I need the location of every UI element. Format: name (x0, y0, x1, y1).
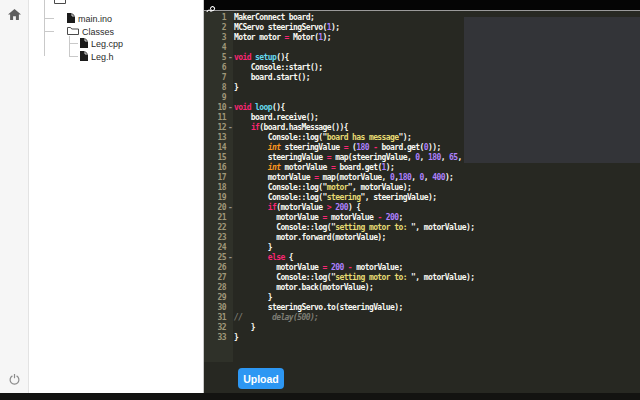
tree-item-main-ino[interactable]: main.ino (67, 13, 112, 25)
line-number: 20- (204, 203, 233, 213)
line-number: 17 (204, 173, 233, 183)
tree-connector (44, 0, 45, 56)
link-icon[interactable] (206, 1, 218, 10)
tree-connector (69, 36, 70, 56)
line-number: 15 (204, 153, 233, 163)
code-line[interactable]: } (234, 333, 640, 343)
tree-connector (69, 43, 78, 44)
line-number: 33 (204, 333, 233, 343)
line-number: 22 (204, 223, 233, 233)
line-number: 16 (204, 163, 233, 173)
tree-connector (44, 18, 54, 19)
line-number: 24 (204, 243, 233, 253)
line-number: 10- (204, 103, 233, 113)
code-line[interactable]: motor.back(motorValue); (234, 283, 640, 293)
upload-button[interactable]: Upload (238, 368, 284, 389)
fold-marker[interactable]: - (228, 253, 233, 263)
code-line[interactable]: motor.forward(motorValue); (234, 233, 640, 243)
tree-item-label: Classes (82, 27, 114, 37)
code-line[interactable]: } (234, 243, 640, 253)
code-line[interactable]: int motorValue = board.get(1); (234, 163, 640, 173)
fold-marker[interactable]: - (228, 53, 233, 63)
line-number: 12- (204, 123, 233, 133)
code-line[interactable]: } (234, 293, 640, 303)
line-number: 11 (204, 113, 233, 123)
line-number: 32 (204, 323, 233, 333)
tree-item-label: main.ino (78, 14, 112, 24)
code-editor-region: 12345-678910-1112-1314151617181920-21222… (204, 0, 640, 393)
folder-open-icon (54, 0, 66, 6)
file-icon (80, 38, 88, 50)
line-number: 1 (204, 13, 233, 23)
tree-item-label: Leg.h (91, 52, 114, 62)
line-number: 2 (204, 23, 233, 33)
line-number: 6 (204, 63, 233, 73)
gutter: 12345-678910-1112-1314151617181920-21222… (204, 12, 233, 362)
home-button[interactable] (0, 6, 29, 24)
code-line[interactable]: // delay(500); (234, 313, 640, 323)
code-line[interactable]: if(motorValue > 200) { (234, 203, 640, 213)
line-number: 21 (204, 213, 233, 223)
file-icon (80, 51, 88, 63)
tree-item-leg-cpp[interactable]: Leg.cpp (80, 38, 123, 50)
editor-toolbar (204, 0, 640, 11)
tree-connector (69, 56, 78, 57)
code-line[interactable]: Console::log("setting motor to: ", motor… (234, 273, 640, 283)
line-number: 30 (204, 303, 233, 313)
power-button[interactable] (0, 371, 29, 389)
fold-marker[interactable]: - (228, 203, 233, 213)
code-line[interactable]: Console::log("motor", motorValue); (234, 183, 640, 193)
line-number: 26 (204, 263, 233, 273)
code-line[interactable]: motorValue = 200 - motorValue; (234, 263, 640, 273)
code-line[interactable]: } (234, 323, 640, 333)
code-line[interactable]: steeringServo.to(steeringValue); (234, 303, 640, 313)
tree-item-leg-h[interactable]: Leg.h (80, 51, 114, 63)
line-number: 18 (204, 183, 233, 193)
fold-marker[interactable]: - (228, 123, 233, 133)
line-number: 31 (204, 313, 233, 323)
line-number: 19 (204, 193, 233, 203)
code-line[interactable]: Console::log("steering", steeringValue); (234, 193, 640, 203)
file-tree: main.ino Classes Leg. (29, 0, 203, 76)
app-window: main.ino Classes Leg. (0, 0, 640, 400)
line-number: 9 (204, 93, 233, 103)
power-icon (9, 371, 20, 389)
line-number: 23 (204, 233, 233, 243)
code-line[interactable]: motorValue = map(motorValue, 0,180, 0, 4… (234, 173, 640, 183)
code-line[interactable]: motorValue = motorValue - 200; (234, 213, 640, 223)
tree-item-classes[interactable]: Classes (67, 26, 114, 37)
code-line[interactable]: else { (234, 253, 640, 263)
tree-connector (44, 31, 54, 32)
sidebar-rail (0, 0, 29, 393)
tree-item-label: Leg.cpp (91, 39, 123, 49)
line-number: 4 (204, 43, 233, 53)
folder-open-icon (67, 26, 79, 37)
line-number: 5- (204, 53, 233, 63)
line-number: 29 (204, 293, 233, 303)
overlay-panel (464, 17, 640, 163)
line-number: 14 (204, 143, 233, 153)
line-number: 7 (204, 73, 233, 83)
fold-marker[interactable]: - (228, 103, 233, 113)
code-line[interactable]: Console::log("setting motor to: ", motor… (234, 223, 640, 233)
line-number: 27 (204, 273, 233, 283)
tree-item-root-folder[interactable] (54, 0, 69, 6)
line-number: 3 (204, 33, 233, 43)
file-tree-panel: main.ino Classes Leg. (29, 0, 204, 393)
line-number: 13 (204, 133, 233, 143)
line-number: 25- (204, 253, 233, 263)
line-number: 28 (204, 283, 233, 293)
line-number: 8 (204, 83, 233, 93)
file-icon (67, 13, 75, 25)
home-icon (8, 6, 21, 24)
